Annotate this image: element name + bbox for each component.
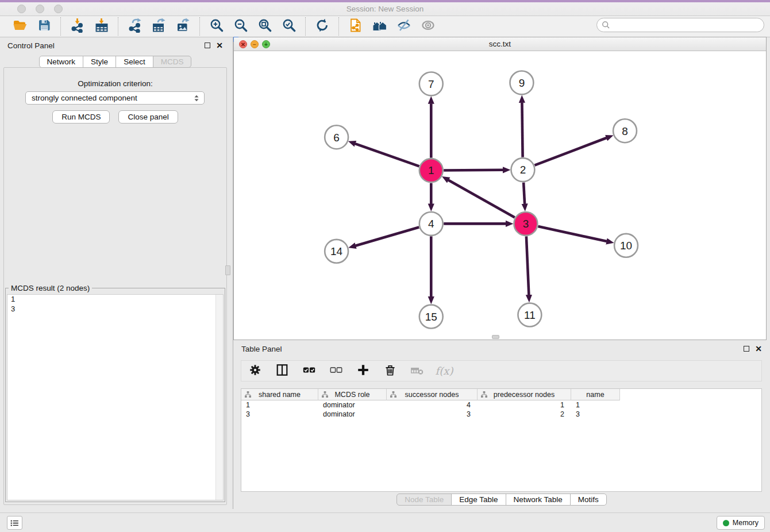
show-all-button[interactable] [419, 18, 436, 35]
splitter-handle[interactable] [225, 265, 230, 275]
delete-table-button[interactable] [409, 363, 425, 379]
graph-edge-2-8[interactable] [534, 138, 606, 165]
table-close-panel-icon[interactable]: ✕ [755, 346, 762, 352]
table-tab-motifs[interactable]: Motifs [570, 494, 607, 506]
column-header-name[interactable]: name [571, 389, 620, 400]
network-canvas[interactable]: 7968124314101511 [234, 51, 766, 340]
table-cell[interactable]: 4 [387, 400, 478, 410]
table-panel-header: Table Panel ✕ [233, 341, 770, 356]
control-tab-network[interactable]: Network [39, 56, 84, 68]
graph-edge-3-11[interactable] [526, 236, 529, 295]
graph-node-15[interactable]: 15 [419, 305, 443, 329]
column-header-shared-name[interactable]: shared name [241, 389, 318, 400]
graph-node-7[interactable]: 7 [419, 72, 443, 95]
open-file-icon [13, 18, 28, 35]
table-row[interactable]: 3dominator323 [241, 410, 761, 419]
graph-edge-4-14[interactable] [356, 227, 419, 245]
table-row[interactable]: 1dominator411 [241, 400, 761, 410]
graph-node-9[interactable]: 9 [510, 71, 533, 94]
column-header-successor-nodes[interactable]: successor nodes [387, 389, 478, 400]
function-builder-button[interactable]: f(x) [436, 363, 452, 379]
save-session-button[interactable] [36, 18, 52, 35]
table-cell[interactable]: 3 [571, 410, 620, 419]
export-image-button[interactable] [175, 18, 191, 35]
network-maximize-button[interactable]: + [262, 40, 270, 48]
optimization-criterion-select[interactable]: strongly connected component [25, 91, 205, 105]
graph-node-6[interactable]: 6 [325, 125, 348, 149]
table-cell[interactable]: 3 [241, 410, 318, 419]
select-all-checkboxes-button[interactable] [301, 363, 317, 379]
graph-edge-2-3[interactable] [523, 183, 525, 204]
apply-preferred-layout-button[interactable] [314, 18, 330, 35]
result-scrollbar[interactable] [215, 295, 223, 500]
canvas-splitter-grip[interactable] [492, 335, 499, 339]
control-tab-mcds[interactable]: MCDS [153, 56, 192, 68]
add-column-button[interactable] [355, 363, 371, 379]
table-options-gear-button[interactable] [247, 363, 263, 379]
export-table-button[interactable] [151, 18, 167, 35]
table-cell[interactable]: 1 [241, 400, 318, 410]
graph-node-3[interactable]: 3 [514, 212, 537, 236]
control-tab-select[interactable]: Select [116, 56, 153, 68]
graph-edge-1-6[interactable] [355, 144, 419, 166]
deselect-all-checkboxes-button[interactable] [328, 363, 344, 379]
graph-node-8[interactable]: 8 [613, 119, 637, 142]
table-cell[interactable]: 3 [387, 410, 478, 419]
memory-button[interactable]: Memory [717, 516, 765, 530]
table-float-panel-icon[interactable] [744, 346, 749, 352]
zoom-out-icon [233, 18, 248, 35]
first-neighbors-button[interactable] [371, 18, 388, 35]
close-panel-button[interactable]: Close panel [118, 110, 178, 124]
graph-node-1[interactable]: 1 [419, 159, 443, 182]
table-cell[interactable]: dominator [318, 400, 387, 410]
run-mcds-button[interactable]: Run MCDS [52, 110, 110, 124]
graph-node-14[interactable]: 14 [325, 240, 348, 263]
mcds-result-list[interactable]: 13 [7, 294, 224, 500]
close-panel-icon[interactable]: ✕ [216, 43, 223, 48]
table-tab-network-table[interactable]: Network Table [506, 494, 571, 506]
export-network-button[interactable] [126, 18, 143, 35]
graph-node-11[interactable]: 11 [518, 303, 541, 327]
column-header-predecessor-nodes[interactable]: predecessor nodes [478, 389, 571, 400]
graph-edge-3-10[interactable] [538, 226, 607, 241]
search-box[interactable] [596, 18, 764, 32]
column-type-icon [390, 391, 396, 399]
new-network-from-selection-button[interactable] [347, 18, 364, 35]
search-input[interactable] [611, 20, 764, 31]
split-table-view-button[interactable] [274, 363, 290, 379]
mcds-result-item[interactable]: 3 [7, 304, 223, 314]
table-tab-node-table[interactable]: Node Table [396, 494, 452, 506]
graph-edge-1-2[interactable] [444, 170, 503, 171]
control-tab-style[interactable]: Style [83, 56, 116, 68]
table-cell[interactable]: 2 [478, 410, 571, 419]
table-tab-edge-table[interactable]: Edge Table [451, 494, 506, 506]
graph-node-4[interactable]: 4 [419, 212, 443, 236]
graph-node-10[interactable]: 10 [614, 234, 638, 257]
network-window-titlebar[interactable]: scc.txt ✕ − + [234, 37, 766, 51]
zoom-in-button[interactable] [208, 18, 225, 35]
graph-edge-3-1[interactable] [448, 180, 514, 217]
network-minimize-button[interactable]: − [251, 40, 259, 48]
network-close-button[interactable]: ✕ [239, 40, 247, 48]
zoom-selected-button[interactable] [280, 18, 297, 35]
delete-columns-button[interactable] [382, 363, 398, 379]
table-cell[interactable]: dominator [318, 410, 387, 419]
zoom-fit-content-button[interactable] [256, 18, 273, 35]
import-network-button[interactable] [69, 18, 86, 35]
table-header-row: shared nameMCDS rolesuccessor nodesprede… [241, 389, 761, 400]
import-table-button[interactable] [93, 18, 110, 35]
node-table: shared nameMCDS rolesuccessor nodesprede… [241, 388, 762, 492]
mcds-result-item[interactable]: 1 [7, 295, 223, 304]
graph-node-2[interactable]: 2 [511, 158, 534, 182]
network-graph: 7968124314101511 [234, 51, 766, 340]
table-cell[interactable]: 1 [571, 400, 620, 410]
open-file-button[interactable] [11, 18, 28, 35]
graph-edge-2-9[interactable] [522, 102, 522, 157]
zoom-out-button[interactable] [232, 18, 249, 35]
hide-selected-button[interactable] [395, 18, 412, 35]
table-cell[interactable]: 1 [478, 400, 571, 410]
show-panels-button[interactable] [7, 516, 22, 530]
import-network-icon [70, 18, 85, 35]
column-header-MCDS-role[interactable]: MCDS role [318, 389, 387, 400]
float-panel-icon[interactable] [205, 43, 210, 48]
